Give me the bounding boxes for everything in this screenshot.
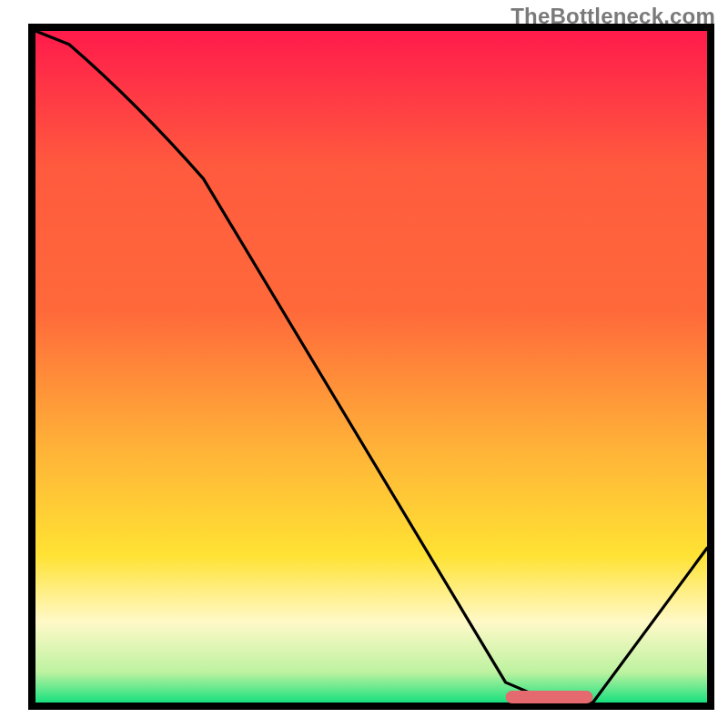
plot-gradient-background (35, 31, 707, 703)
valley-marker (506, 691, 593, 703)
chart-svg (0, 0, 728, 728)
chart-stage: TheBottleneck.com (0, 0, 728, 728)
